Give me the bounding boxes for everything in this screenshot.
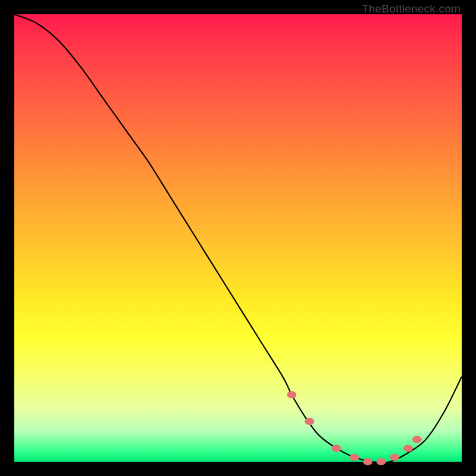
- curve-marker: [390, 454, 399, 461]
- curve-marker: [403, 444, 413, 452]
- curve-marker: [331, 444, 341, 452]
- curve-markers: [287, 391, 422, 465]
- curve-marker: [305, 418, 314, 425]
- curve-marker: [350, 454, 359, 461]
- chart-svg: [14, 14, 462, 462]
- curve-marker: [363, 458, 372, 465]
- bottleneck-curve: [14, 14, 462, 462]
- curve-marker: [412, 436, 422, 443]
- curve-marker: [287, 391, 296, 398]
- watermark-text: TheBottleneck.com: [362, 2, 461, 15]
- curve-marker: [377, 458, 386, 465]
